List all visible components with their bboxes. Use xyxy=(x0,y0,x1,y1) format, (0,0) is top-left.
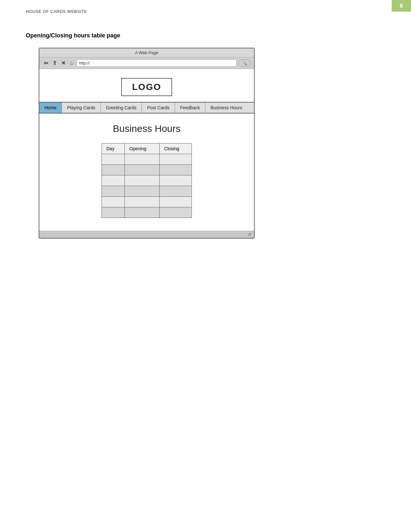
logo: LOGO xyxy=(121,78,172,96)
table-row xyxy=(102,186,192,197)
status-icon: // xyxy=(249,232,251,237)
table-cell xyxy=(160,175,192,186)
table-cell xyxy=(125,186,160,197)
col-header-day: Day xyxy=(102,143,125,154)
table-cell xyxy=(125,165,160,175)
table-cell xyxy=(160,165,192,175)
table-cell xyxy=(125,175,160,186)
table-cell xyxy=(102,154,125,165)
hours-table-wrapper: Day Opening Closing xyxy=(52,143,241,218)
back-button[interactable]: ⇦ xyxy=(43,59,49,67)
browser-toolbar: ⇦ ⇧ ✕ ⌂ 🔍 xyxy=(39,57,254,69)
nav-item-greeting-cards[interactable]: Greeting Cards xyxy=(101,103,142,113)
business-hours-table: Day Opening Closing xyxy=(102,143,192,218)
page-heading: Business Hours xyxy=(52,123,241,134)
nav-item-home[interactable]: Home xyxy=(39,103,62,113)
section-title: Opening/Closing hours table page xyxy=(26,32,120,39)
page-number-badge: 6 xyxy=(392,0,411,12)
table-cell xyxy=(125,207,160,218)
nav-item-feedback[interactable]: Feedback xyxy=(175,103,205,113)
table-cell xyxy=(102,175,125,186)
forward-button[interactable]: ⇧ xyxy=(51,59,58,67)
main-content: Business Hours Day Opening Closing xyxy=(39,113,254,231)
nav-item-playing-cards[interactable]: Playing Cards xyxy=(62,103,101,113)
table-cell xyxy=(160,207,192,218)
table-row xyxy=(102,154,192,165)
search-button[interactable]: 🔍 xyxy=(239,59,251,67)
table-cell xyxy=(102,207,125,218)
table-cell xyxy=(160,186,192,197)
table-row xyxy=(102,165,192,175)
nav-item-post-cards[interactable]: Post Cards xyxy=(142,103,175,113)
col-header-opening: Opening xyxy=(125,143,160,154)
table-row xyxy=(102,197,192,207)
table-row xyxy=(102,207,192,218)
table-cell xyxy=(160,197,192,207)
nav-bar: Home Playing Cards Greeting Cards Post C… xyxy=(39,102,254,113)
table-cell xyxy=(125,197,160,207)
page-content: LOGO Home Playing Cards Greeting Cards P… xyxy=(39,69,254,238)
browser-wireframe: A Web Page ⇦ ⇧ ✕ ⌂ 🔍 LOGO Home Playing C… xyxy=(39,48,255,239)
table-cell xyxy=(102,197,125,207)
browser-titlebar: A Web Page xyxy=(39,48,254,57)
stop-button[interactable]: ✕ xyxy=(60,59,67,67)
status-bar: // xyxy=(39,231,254,238)
address-bar[interactable] xyxy=(76,59,237,67)
col-header-closing: Closing xyxy=(160,143,192,154)
table-cell xyxy=(125,154,160,165)
doc-header: HOUSE OF CARDS WEBSITE xyxy=(26,9,87,14)
table-row xyxy=(102,175,192,186)
search-icon: 🔍 xyxy=(242,61,247,65)
home-button[interactable]: ⌂ xyxy=(69,60,74,67)
nav-item-business-hours[interactable]: Business Hours xyxy=(205,103,247,113)
table-cell xyxy=(160,154,192,165)
table-cell xyxy=(102,186,125,197)
logo-area: LOGO xyxy=(39,69,254,102)
table-cell xyxy=(102,165,125,175)
